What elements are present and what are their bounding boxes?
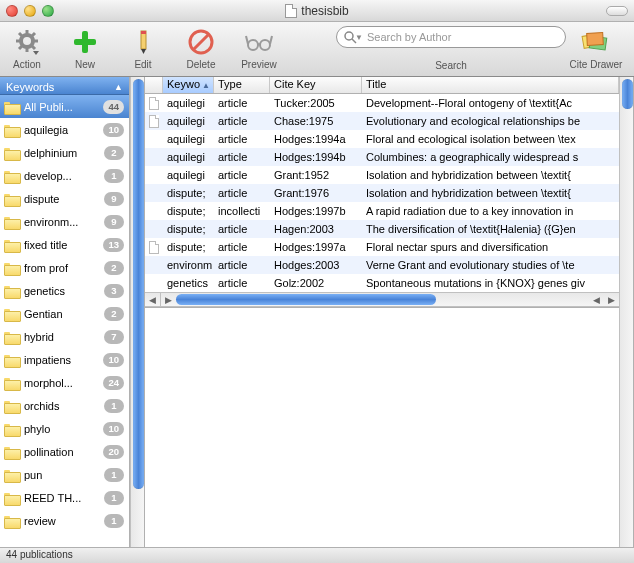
sidebar-item[interactable]: environm...9 — [0, 210, 129, 233]
sidebar-item-label: aquilegia — [24, 124, 103, 136]
document-icon — [149, 115, 159, 128]
folder-icon — [4, 491, 20, 504]
row-type: article — [214, 276, 270, 290]
row-keywords: genetics — [163, 276, 214, 290]
column-type[interactable]: Type — [214, 77, 270, 93]
search-input[interactable] — [367, 31, 561, 43]
table-row[interactable]: dispute;articleHodges:1997aFloral nectar… — [145, 238, 619, 256]
row-title: Floral nectar spurs and diversification — [362, 240, 619, 254]
sidebar-item-label: orchids — [24, 400, 104, 412]
sidebar-item[interactable]: pun1 — [0, 463, 129, 486]
scroll-left-arrow[interactable]: ◀ — [145, 292, 160, 307]
sidebar-scrollbar-thumb[interactable] — [133, 79, 144, 489]
row-icon-cell — [145, 114, 163, 129]
column-title[interactable]: Title — [362, 77, 619, 93]
close-window-button[interactable] — [6, 5, 18, 17]
table-horizontal-scrollbar[interactable]: ◀ ▶ ◀ ▶ — [145, 292, 619, 307]
sidebar-item[interactable]: genetics3 — [0, 279, 129, 302]
sidebar-item[interactable]: Gentian2 — [0, 302, 129, 325]
toolbar-toggle-button[interactable] — [606, 6, 628, 16]
column-citekey[interactable]: Cite Key — [270, 77, 362, 93]
sidebar-item[interactable]: impatiens10 — [0, 348, 129, 371]
sidebar-item-count: 3 — [104, 284, 124, 298]
search-field[interactable]: ▼ — [336, 26, 566, 48]
row-type: article — [214, 186, 270, 200]
row-type: article — [214, 96, 270, 110]
sidebar-item[interactable]: orchids1 — [0, 394, 129, 417]
sidebar-item-label: hybrid — [24, 331, 104, 343]
table-vertical-scrollbar[interactable] — [619, 77, 634, 547]
table-row[interactable]: aquilegiarticleGrant:1952Isolation and h… — [145, 166, 619, 184]
svg-point-20 — [345, 32, 353, 40]
row-citekey: Grant:1976 — [270, 186, 362, 200]
sidebar-scrollbar[interactable] — [130, 77, 145, 547]
sidebar-item[interactable]: fixed title13 — [0, 233, 129, 256]
edit-button[interactable]: Edit — [124, 26, 162, 70]
sidebar-item[interactable]: from prof2 — [0, 256, 129, 279]
horizontal-scrollbar-thumb[interactable] — [176, 294, 436, 305]
row-citekey: Hodges:1997b — [270, 204, 362, 218]
sidebar-header[interactable]: Keywords ▲ — [0, 77, 129, 95]
sidebar-item[interactable]: All Publi...44 — [0, 95, 129, 118]
sidebar-item-count: 2 — [104, 261, 124, 275]
sidebar-item[interactable]: aquilegia10 — [0, 118, 129, 141]
sidebar-item[interactable]: phylo10 — [0, 417, 129, 440]
scroll-left-arrow-2[interactable]: ◀ — [589, 292, 604, 307]
folder-icon — [4, 261, 20, 274]
sidebar-item-label: fixed title — [24, 239, 103, 251]
search-menu-arrow[interactable]: ▼ — [355, 33, 363, 42]
delete-label: Delete — [187, 59, 216, 70]
sidebar-item-count: 9 — [104, 192, 124, 206]
row-keywords: aquilegi — [163, 114, 214, 128]
row-icon-cell — [145, 96, 163, 111]
sidebar-item[interactable]: REED TH...1 — [0, 486, 129, 509]
row-title: Spontaneous mutations in {KNOX} genes gi… — [362, 276, 619, 290]
column-keywords[interactable]: Keywo▲ — [163, 77, 214, 93]
minimize-window-button[interactable] — [24, 5, 36, 17]
window-title-text: thesisbib — [301, 4, 348, 18]
row-icon-cell — [145, 138, 163, 140]
folder-icon — [4, 215, 20, 228]
toolbar: Action New Edit Delete Preview — [0, 22, 634, 77]
sidebar-item[interactable]: develop...1 — [0, 164, 129, 187]
cite-drawer-button[interactable]: Cite Drawer — [566, 26, 626, 70]
table-row[interactable]: dispute;incollectiHodges:1997bA rapid ra… — [145, 202, 619, 220]
action-menu-button[interactable]: Action — [8, 26, 46, 70]
delete-button[interactable]: Delete — [182, 26, 220, 70]
sidebar-item[interactable]: dispute9 — [0, 187, 129, 210]
sidebar-item-label: from prof — [24, 262, 104, 274]
sidebar-item-label: morphol... — [24, 377, 103, 389]
table-row[interactable]: aquilegiarticleTucker:2005Development--F… — [145, 94, 619, 112]
sidebar-item[interactable]: morphol...24 — [0, 371, 129, 394]
sidebar-item-count: 1 — [104, 468, 124, 482]
zoom-window-button[interactable] — [42, 5, 54, 17]
column-icon[interactable] — [145, 77, 163, 93]
new-button[interactable]: New — [66, 26, 104, 70]
table-row[interactable]: environmarticleHodges:2003Verne Grant an… — [145, 256, 619, 274]
sidebar-item-count: 1 — [104, 514, 124, 528]
table-body: aquilegiarticleTucker:2005Development--F… — [145, 94, 619, 292]
row-icon-cell — [145, 240, 163, 255]
sidebar-item[interactable]: hybrid7 — [0, 325, 129, 348]
sidebar-item-label: review — [24, 515, 104, 527]
table-row[interactable]: geneticsarticleGolz:2002Spontaneous muta… — [145, 274, 619, 292]
sidebar-item[interactable]: review1 — [0, 509, 129, 532]
sidebar-item[interactable]: delphinium2 — [0, 141, 129, 164]
preview-pane — [145, 307, 619, 547]
scroll-right-arrow[interactable]: ▶ — [161, 292, 176, 307]
table-row[interactable]: aquilegiarticleHodges:1994bColumbines: a… — [145, 148, 619, 166]
table-row[interactable]: aquilegiarticleChase:1975Evolutionary an… — [145, 112, 619, 130]
sidebar-item-count: 44 — [103, 100, 124, 114]
table-row[interactable]: dispute;articleGrant:1976Isolation and h… — [145, 184, 619, 202]
scroll-right-arrow-2[interactable]: ▶ — [604, 292, 619, 307]
sidebar-item-count: 1 — [104, 169, 124, 183]
sidebar-item[interactable]: pollination20 — [0, 440, 129, 463]
table-header: Keywo▲ Type Cite Key Title — [145, 77, 619, 94]
row-keywords: environm — [163, 258, 214, 272]
preview-button[interactable]: Preview — [240, 26, 278, 70]
row-keywords: aquilegi — [163, 150, 214, 164]
row-citekey: Grant:1952 — [270, 168, 362, 182]
table-row[interactable]: dispute;articleHagen:2003The diversifica… — [145, 220, 619, 238]
table-row[interactable]: aquilegiarticleHodges:1994aFloral and ec… — [145, 130, 619, 148]
table-scrollbar-thumb[interactable] — [622, 79, 633, 109]
